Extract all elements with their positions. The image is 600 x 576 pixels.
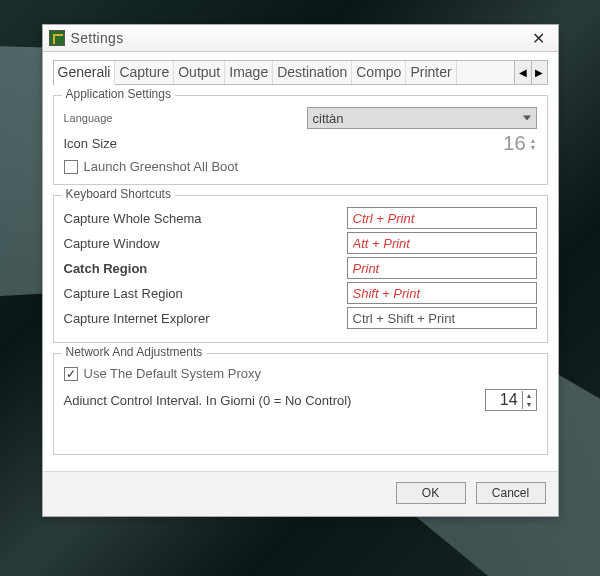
tab-output[interactable]: Output bbox=[174, 61, 225, 84]
legend-shortcuts: Keyboard Shortcuts bbox=[62, 187, 175, 201]
chevron-down-icon[interactable]: ▼ bbox=[530, 144, 537, 151]
tab-compo[interactable]: Compo bbox=[352, 61, 406, 84]
shortcut-row: Capture Whole Schema bbox=[64, 207, 537, 229]
tab-scroll-left[interactable]: ◀ bbox=[515, 61, 531, 84]
group-app-settings: Application Settings Language cittàn Ico… bbox=[53, 95, 548, 185]
tab-strip: Generali Capture Output Image Destinatio… bbox=[53, 60, 548, 85]
chevron-up-icon[interactable]: ▲ bbox=[523, 391, 536, 400]
checkbox-proxy[interactable]: ✓ Use The Default System Proxy bbox=[64, 366, 537, 381]
titlebar: Settings ✕ bbox=[43, 25, 558, 52]
tab-destination[interactable]: Destination bbox=[273, 61, 352, 84]
label-interval: Adiunct Control Interval. In Giorni (0 =… bbox=[64, 393, 394, 408]
label-capture-last: Capture Last Region bbox=[64, 286, 249, 301]
icon-size-spinner[interactable]: ▲ ▼ bbox=[530, 137, 537, 151]
language-value: cittàn bbox=[313, 111, 344, 126]
chevron-up-icon[interactable]: ▲ bbox=[530, 137, 537, 144]
label-capture-ie: Capture Internet Explorer bbox=[64, 311, 249, 326]
label-icon-size: Icon Size bbox=[64, 136, 249, 151]
input-capture-window[interactable] bbox=[347, 232, 537, 254]
chevron-down-icon[interactable]: ▼ bbox=[523, 400, 536, 409]
language-select[interactable]: cittàn bbox=[307, 107, 537, 129]
checkbox-label-launch: Launch Greenshot All Boot bbox=[84, 159, 239, 174]
shortcut-row: Capture Last Region bbox=[64, 282, 537, 304]
input-catch-region[interactable] bbox=[347, 257, 537, 279]
cancel-button[interactable]: Cancel bbox=[476, 482, 546, 504]
close-icon: ✕ bbox=[532, 29, 545, 48]
checkbox-label-proxy: Use The Default System Proxy bbox=[84, 366, 262, 381]
tab-scroll-buttons: ◀ ▶ bbox=[514, 61, 547, 84]
app-icon bbox=[49, 30, 65, 46]
group-network: Network And Adjustments ✓ Use The Defaul… bbox=[53, 353, 548, 455]
tab-printer[interactable]: Printer bbox=[406, 61, 456, 84]
tab-image[interactable]: Image bbox=[225, 61, 273, 84]
input-capture-ie[interactable] bbox=[347, 307, 537, 329]
checkbox-box bbox=[64, 160, 78, 174]
label-catch-region: Catch Region bbox=[64, 261, 249, 276]
interval-spinner[interactable]: ▲ ▼ bbox=[485, 389, 537, 411]
interval-input[interactable] bbox=[486, 391, 522, 409]
dialog-buttons: OK Cancel bbox=[43, 471, 558, 516]
label-language: Language bbox=[64, 112, 249, 124]
ok-button[interactable]: OK bbox=[396, 482, 466, 504]
settings-dialog: Settings ✕ Generali Capture Output Image… bbox=[42, 24, 559, 517]
close-button[interactable]: ✕ bbox=[526, 28, 552, 48]
legend-network: Network And Adjustments bbox=[62, 345, 207, 359]
shortcut-row: Catch Region bbox=[64, 257, 537, 279]
tab-generali[interactable]: Generali bbox=[54, 61, 116, 85]
label-capture-whole: Capture Whole Schema bbox=[64, 211, 249, 226]
tab-scroll-right[interactable]: ▶ bbox=[531, 61, 547, 84]
icon-size-value: 16 bbox=[503, 132, 525, 155]
window-title: Settings bbox=[71, 30, 526, 46]
group-shortcuts: Keyboard Shortcuts Capture Whole Schema … bbox=[53, 195, 548, 343]
tab-capture[interactable]: Capture bbox=[115, 61, 174, 84]
dialog-body: Generali Capture Output Image Destinatio… bbox=[43, 52, 558, 465]
shortcut-row: Capture Window bbox=[64, 232, 537, 254]
legend-app-settings: Application Settings bbox=[62, 87, 175, 101]
input-capture-whole[interactable] bbox=[347, 207, 537, 229]
input-capture-last[interactable] bbox=[347, 282, 537, 304]
checkbox-launch-boot[interactable]: Launch Greenshot All Boot bbox=[64, 159, 537, 174]
checkbox-box-checked: ✓ bbox=[64, 367, 78, 381]
label-capture-window: Capture Window bbox=[64, 236, 249, 251]
shortcut-row: Capture Internet Explorer bbox=[64, 307, 537, 329]
